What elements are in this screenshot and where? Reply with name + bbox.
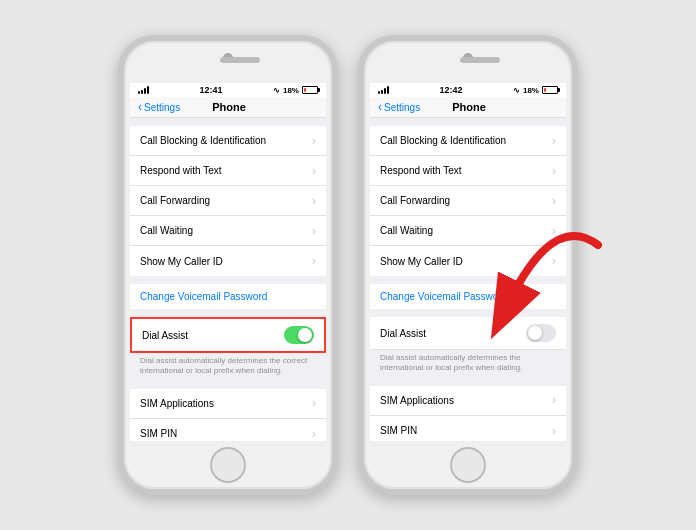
- list-item[interactable]: Show My Caller ID ›: [370, 246, 566, 276]
- cell-group-sim-1: SIM Applications › SIM PIN ›: [130, 389, 326, 441]
- separator-mid-2: [370, 276, 566, 284]
- toggle-knob-1: [298, 328, 312, 342]
- voicemail-link-label-2: Change Voicemail Password: [380, 291, 507, 302]
- home-button-1[interactable]: [210, 447, 246, 483]
- cell-group-main-1: Call Blocking & Identification › Respond…: [130, 126, 326, 276]
- screen-1: 12:41 ∿ 18% ‹ Settings Phone: [130, 83, 326, 441]
- cell-label: SIM PIN: [380, 425, 552, 436]
- status-bar-2: 12:42 ∿ 18%: [370, 83, 566, 97]
- chevron-icon: ›: [552, 134, 556, 148]
- cell-group-sim-2: SIM Applications › SIM PIN ›: [370, 386, 566, 441]
- list-item[interactable]: Call Forwarding ›: [130, 186, 326, 216]
- signal-bars-2: [378, 86, 389, 94]
- list-item[interactable]: SIM Applications ›: [370, 386, 566, 416]
- nav-title-2: Phone: [420, 101, 518, 113]
- cell-label: SIM Applications: [140, 398, 312, 409]
- wifi-icon-2: ∿: [513, 86, 520, 95]
- list-item[interactable]: SIM Applications ›: [130, 389, 326, 419]
- chevron-icon: ›: [312, 396, 316, 410]
- toggle-knob-2: [528, 326, 542, 340]
- nav-bar-1: ‹ Settings Phone: [130, 97, 326, 118]
- time-1: 12:41: [199, 85, 222, 95]
- phone-device-2: 12:42 ∿ 18% ‹ Settings Phone: [358, 35, 578, 495]
- list-item[interactable]: Call Blocking & Identification ›: [130, 126, 326, 156]
- separator-dial-2: [370, 309, 566, 317]
- chevron-icon: ›: [312, 164, 316, 178]
- list-item[interactable]: Respond with Text ›: [130, 156, 326, 186]
- back-button-2[interactable]: ‹ Settings: [378, 102, 420, 113]
- chevron-icon: ›: [312, 134, 316, 148]
- cell-label: Show My Caller ID: [140, 256, 312, 267]
- cell-label: Call Forwarding: [380, 195, 552, 206]
- status-left-1: [138, 86, 149, 94]
- list-item[interactable]: Call Waiting ›: [370, 216, 566, 246]
- screen-2: 12:42 ∿ 18% ‹ Settings Phone: [370, 83, 566, 441]
- back-button-1[interactable]: ‹ Settings: [138, 102, 180, 113]
- settings-scroll-2: Call Blocking & Identification › Respond…: [370, 118, 566, 441]
- battery-fill-2: [544, 88, 546, 92]
- dial-assist-toggle-1[interactable]: [284, 326, 314, 344]
- phone-1: 12:41 ∿ 18% ‹ Settings Phone: [118, 35, 338, 495]
- voicemail-link-1[interactable]: Change Voicemail Password: [130, 284, 326, 309]
- nav-bar-2: ‹ Settings Phone: [370, 97, 566, 118]
- speaker-2: [460, 57, 500, 63]
- signal-bars-1: [138, 86, 149, 94]
- separator-dial-1: [130, 309, 326, 317]
- cell-group-voicemail-1: Change Voicemail Password: [130, 284, 326, 309]
- chevron-icon: ›: [552, 194, 556, 208]
- list-item[interactable]: Show My Caller ID ›: [130, 246, 326, 276]
- voicemail-link-2[interactable]: Change Voicemail Password: [370, 284, 566, 309]
- chevron-icon: ›: [552, 164, 556, 178]
- phone-2: 12:42 ∿ 18% ‹ Settings Phone: [358, 35, 578, 495]
- dial-assist-helper-1: Dial assist automatically determines the…: [130, 353, 326, 381]
- home-button-2[interactable]: [450, 447, 486, 483]
- dial-assist-cell-2[interactable]: Dial Assist: [370, 317, 566, 350]
- cell-label: Call Blocking & Identification: [380, 135, 552, 146]
- chevron-icon: ›: [312, 194, 316, 208]
- cell-label: Show My Caller ID: [380, 256, 552, 267]
- toggle-label-2: Dial Assist: [380, 328, 526, 339]
- chevron-icon: ›: [312, 224, 316, 238]
- list-item[interactable]: Call Blocking & Identification ›: [370, 126, 566, 156]
- dial-assist-helper-2: Dial assist automatically determines the…: [370, 350, 566, 378]
- separator-sim-2: [370, 378, 566, 386]
- cell-label: Call Waiting: [380, 225, 552, 236]
- chevron-icon: ›: [312, 254, 316, 268]
- battery-body-1: [302, 86, 318, 94]
- dial-assist-cell-1[interactable]: Dial Assist: [130, 317, 326, 353]
- chevron-icon: ›: [552, 254, 556, 268]
- nav-title-1: Phone: [180, 101, 278, 113]
- cell-group-dial-2: Dial Assist: [370, 317, 566, 350]
- chevron-icon: ›: [312, 427, 316, 441]
- cell-label: Call Waiting: [140, 225, 312, 236]
- chevron-icon: ›: [552, 393, 556, 407]
- list-item[interactable]: Call Waiting ›: [130, 216, 326, 246]
- list-item[interactable]: Respond with Text ›: [370, 156, 566, 186]
- back-chevron-icon-2: ‹: [378, 101, 382, 113]
- list-item[interactable]: SIM PIN ›: [370, 416, 566, 441]
- dial-assist-toggle-2[interactable]: [526, 324, 556, 342]
- cell-group-voicemail-2: Change Voicemail Password: [370, 284, 566, 309]
- status-right-2: ∿ 18%: [513, 86, 558, 95]
- cell-label: Call Blocking & Identification: [140, 135, 312, 146]
- chevron-icon: ›: [552, 224, 556, 238]
- phone-device-1: 12:41 ∿ 18% ‹ Settings Phone: [118, 35, 338, 495]
- battery-body-2: [542, 86, 558, 94]
- battery-pct-1: 18%: [283, 86, 299, 95]
- cell-group-main-2: Call Blocking & Identification › Respond…: [370, 126, 566, 276]
- battery-fill-1: [304, 88, 306, 92]
- list-item[interactable]: SIM PIN ›: [130, 419, 326, 441]
- battery-2: [542, 86, 558, 94]
- cell-label: Respond with Text: [380, 165, 552, 176]
- chevron-icon: ›: [552, 424, 556, 438]
- back-label-2: Settings: [384, 102, 420, 113]
- list-item[interactable]: Call Forwarding ›: [370, 186, 566, 216]
- toggle-label-1: Dial Assist: [142, 330, 284, 341]
- status-right-1: ∿ 18%: [273, 86, 318, 95]
- speaker-1: [220, 57, 260, 63]
- cell-label: Respond with Text: [140, 165, 312, 176]
- cell-label: SIM Applications: [380, 395, 552, 406]
- status-left-2: [378, 86, 389, 94]
- time-2: 12:42: [439, 85, 462, 95]
- battery-1: [302, 86, 318, 94]
